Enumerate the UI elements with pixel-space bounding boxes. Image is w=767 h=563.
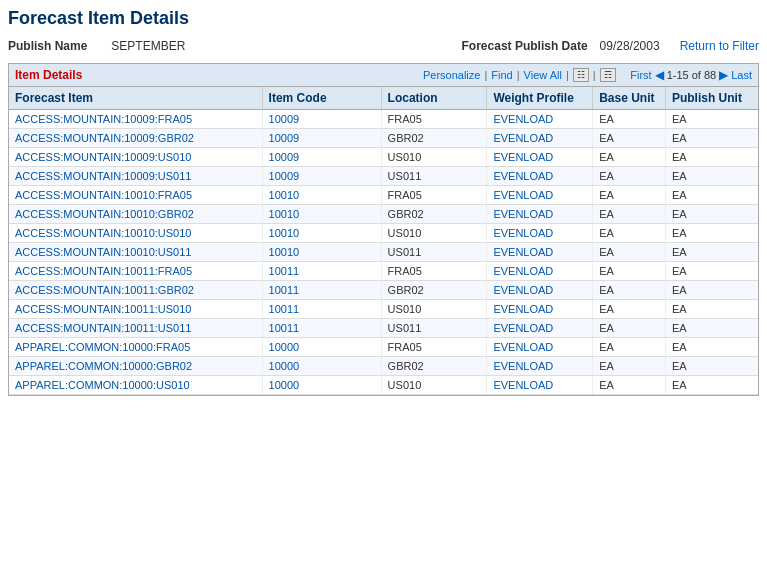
prev-page-arrow[interactable]: ◀ bbox=[655, 68, 664, 82]
next-page-arrow[interactable]: ▶ bbox=[719, 68, 728, 82]
find-link[interactable]: Find bbox=[491, 69, 512, 81]
forecast-item-link[interactable]: ACCESS:MOUNTAIN:10010:FRA05 bbox=[15, 189, 192, 201]
forecast-item-link[interactable]: ACCESS:MOUNTAIN:10011:US011 bbox=[15, 322, 191, 334]
cell-base-unit: EA bbox=[593, 205, 666, 224]
view-all-link[interactable]: View All bbox=[524, 69, 562, 81]
cell-weight-profile: EVENLOAD bbox=[487, 300, 593, 319]
item-code-link[interactable]: 10009 bbox=[269, 151, 300, 163]
last-page-link[interactable]: Last bbox=[731, 69, 752, 81]
item-code-link[interactable]: 10010 bbox=[269, 208, 300, 220]
item-code-link[interactable]: 10011 bbox=[269, 322, 300, 334]
page-title: Forecast Item Details bbox=[8, 8, 759, 29]
weight-profile-link[interactable]: EVENLOAD bbox=[493, 151, 553, 163]
weight-profile-link[interactable]: EVENLOAD bbox=[493, 208, 553, 220]
item-code-link[interactable]: 10000 bbox=[269, 379, 300, 391]
cell-location: US011 bbox=[381, 243, 487, 262]
forecast-item-link[interactable]: ACCESS:MOUNTAIN:10009:FRA05 bbox=[15, 113, 192, 125]
cell-forecast-item: APPAREL:COMMON:10000:US010 bbox=[9, 376, 262, 395]
cell-location: US010 bbox=[381, 148, 487, 167]
item-code-link[interactable]: 10000 bbox=[269, 360, 300, 372]
weight-profile-link[interactable]: EVENLOAD bbox=[493, 341, 553, 353]
cell-weight-profile: EVENLOAD bbox=[487, 110, 593, 129]
weight-profile-link[interactable]: EVENLOAD bbox=[493, 227, 553, 239]
table-header-bar: Item Details Personalize | Find | View A… bbox=[9, 64, 758, 87]
item-code-link[interactable]: 10000 bbox=[269, 341, 300, 353]
cell-item-code: 10011 bbox=[262, 319, 381, 338]
col-header-weight-profile: Weight Profile bbox=[487, 87, 593, 110]
weight-profile-link[interactable]: EVENLOAD bbox=[493, 189, 553, 201]
forecast-item-link[interactable]: APPAREL:COMMON:10000:US010 bbox=[15, 379, 190, 391]
cell-item-code: 10000 bbox=[262, 376, 381, 395]
item-code-link[interactable]: 10010 bbox=[269, 227, 300, 239]
cell-location: US010 bbox=[381, 224, 487, 243]
meta-row: Publish Name SEPTEMBER Forecast Publish … bbox=[8, 39, 759, 53]
cell-publish-unit: EA bbox=[665, 167, 758, 186]
cell-weight-profile: EVENLOAD bbox=[487, 281, 593, 300]
item-code-link[interactable]: 10011 bbox=[269, 303, 300, 315]
cell-base-unit: EA bbox=[593, 110, 666, 129]
cell-location: US011 bbox=[381, 167, 487, 186]
weight-profile-link[interactable]: EVENLOAD bbox=[493, 265, 553, 277]
forecast-item-link[interactable]: ACCESS:MOUNTAIN:10011:GBR02 bbox=[15, 284, 194, 296]
forecast-item-link[interactable]: ACCESS:MOUNTAIN:10009:US010 bbox=[15, 151, 191, 163]
item-code-link[interactable]: 10009 bbox=[269, 113, 300, 125]
forecast-item-link[interactable]: ACCESS:MOUNTAIN:10011:US010 bbox=[15, 303, 191, 315]
publish-name-label: Publish Name bbox=[8, 39, 87, 53]
cell-location: FRA05 bbox=[381, 262, 487, 281]
cell-weight-profile: EVENLOAD bbox=[487, 186, 593, 205]
forecast-date-label: Forecast Publish Date bbox=[462, 39, 588, 53]
cell-base-unit: EA bbox=[593, 148, 666, 167]
cell-item-code: 10009 bbox=[262, 167, 381, 186]
cell-weight-profile: EVENLOAD bbox=[487, 376, 593, 395]
return-to-filter-link[interactable]: Return to Filter bbox=[680, 39, 759, 53]
forecast-item-link[interactable]: ACCESS:MOUNTAIN:10010:US011 bbox=[15, 246, 191, 258]
first-page-link[interactable]: First bbox=[630, 69, 651, 81]
list-icon[interactable]: ☶ bbox=[600, 68, 616, 82]
forecast-item-link[interactable]: ACCESS:MOUNTAIN:10010:GBR02 bbox=[15, 208, 194, 220]
cell-item-code: 10011 bbox=[262, 262, 381, 281]
item-code-link[interactable]: 10011 bbox=[269, 265, 300, 277]
weight-profile-link[interactable]: EVENLOAD bbox=[493, 132, 553, 144]
item-code-link[interactable]: 10010 bbox=[269, 189, 300, 201]
cell-location: GBR02 bbox=[381, 357, 487, 376]
weight-profile-link[interactable]: EVENLOAD bbox=[493, 170, 553, 182]
cell-weight-profile: EVENLOAD bbox=[487, 148, 593, 167]
forecast-item-link[interactable]: ACCESS:MOUNTAIN:10010:US010 bbox=[15, 227, 191, 239]
forecast-item-link[interactable]: APPAREL:COMMON:10000:GBR02 bbox=[15, 360, 192, 372]
personalize-link[interactable]: Personalize bbox=[423, 69, 480, 81]
item-code-link[interactable]: 10009 bbox=[269, 132, 300, 144]
weight-profile-link[interactable]: EVENLOAD bbox=[493, 322, 553, 334]
item-code-link[interactable]: 10009 bbox=[269, 170, 300, 182]
weight-profile-link[interactable]: EVENLOAD bbox=[493, 379, 553, 391]
table-row: ACCESS:MOUNTAIN:10009:US01110009US011EVE… bbox=[9, 167, 758, 186]
toolbar-sep-3: | bbox=[566, 69, 569, 81]
table-row: APPAREL:COMMON:10000:GBR0210000GBR02EVEN… bbox=[9, 357, 758, 376]
cell-forecast-item: ACCESS:MOUNTAIN:10011:US010 bbox=[9, 300, 262, 319]
cell-item-code: 10009 bbox=[262, 110, 381, 129]
table-row: ACCESS:MOUNTAIN:10011:US01110011US011EVE… bbox=[9, 319, 758, 338]
cell-base-unit: EA bbox=[593, 243, 666, 262]
cell-publish-unit: EA bbox=[665, 186, 758, 205]
cell-base-unit: EA bbox=[593, 357, 666, 376]
pagination: First ◀ 1-15 of 88 ▶ Last bbox=[630, 68, 752, 82]
forecast-item-link[interactable]: ACCESS:MOUNTAIN:10011:FRA05 bbox=[15, 265, 192, 277]
cell-base-unit: EA bbox=[593, 262, 666, 281]
forecast-item-link[interactable]: ACCESS:MOUNTAIN:10009:US011 bbox=[15, 170, 191, 182]
cell-location: FRA05 bbox=[381, 338, 487, 357]
forecast-item-link[interactable]: APPAREL:COMMON:10000:FRA05 bbox=[15, 341, 190, 353]
item-code-link[interactable]: 10010 bbox=[269, 246, 300, 258]
weight-profile-link[interactable]: EVENLOAD bbox=[493, 113, 553, 125]
item-code-link[interactable]: 10011 bbox=[269, 284, 300, 296]
weight-profile-link[interactable]: EVENLOAD bbox=[493, 303, 553, 315]
weight-profile-link[interactable]: EVENLOAD bbox=[493, 360, 553, 372]
forecast-item-link[interactable]: ACCESS:MOUNTAIN:10009:GBR02 bbox=[15, 132, 194, 144]
page-range: 1-15 of 88 bbox=[667, 69, 717, 81]
cell-weight-profile: EVENLOAD bbox=[487, 205, 593, 224]
weight-profile-link[interactable]: EVENLOAD bbox=[493, 246, 553, 258]
weight-profile-link[interactable]: EVENLOAD bbox=[493, 284, 553, 296]
table-row: APPAREL:COMMON:10000:FRA0510000FRA05EVEN… bbox=[9, 338, 758, 357]
table-section-title: Item Details bbox=[15, 68, 423, 82]
grid-icon[interactable]: ☷ bbox=[573, 68, 589, 82]
table-row: ACCESS:MOUNTAIN:10011:US01010011US010EVE… bbox=[9, 300, 758, 319]
cell-forecast-item: ACCESS:MOUNTAIN:10010:GBR02 bbox=[9, 205, 262, 224]
